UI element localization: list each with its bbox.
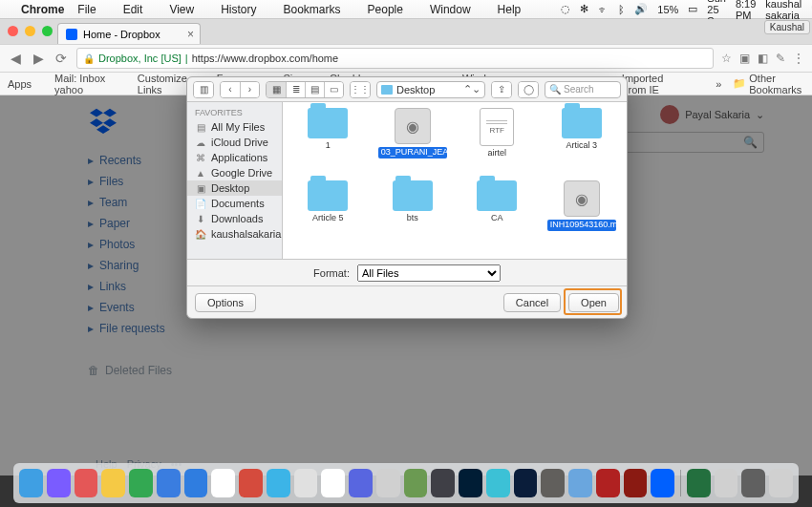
forward-button[interactable]: ▶ (31, 51, 46, 66)
dock-app[interactable] (687, 469, 711, 497)
back-button[interactable]: ◀ (8, 51, 23, 66)
open-button[interactable]: Open (568, 293, 619, 312)
minimise-window[interactable] (25, 26, 35, 36)
dialog-sidebar-item[interactable]: 📄Documents (187, 196, 282, 211)
dock-app[interactable] (47, 469, 71, 497)
menu-item[interactable]: Window (430, 3, 471, 16)
dock-app[interactable] (239, 469, 263, 497)
bookmark-item[interactable]: Imported From IE (622, 73, 681, 95)
profile-chip[interactable]: Kaushal (764, 20, 810, 34)
dock-app[interactable] (19, 469, 43, 497)
format-select[interactable]: All Files (357, 264, 501, 282)
sidebar-toggle[interactable]: ▥ (193, 81, 214, 98)
extension-icon[interactable]: ✎ (776, 52, 785, 65)
dock-app[interactable] (741, 469, 765, 497)
dock-app[interactable] (431, 469, 455, 497)
dock-app[interactable] (75, 469, 98, 497)
dock-app[interactable] (596, 469, 620, 497)
other-bookmarks[interactable]: 📁 Other Bookmarks (733, 73, 804, 95)
dock-app[interactable] (157, 469, 181, 497)
dock-app[interactable] (486, 469, 510, 497)
dock-app[interactable] (376, 469, 400, 497)
bookmark-item[interactable]: Apps (8, 78, 32, 90)
dock-app[interactable] (404, 469, 428, 497)
menu-item[interactable]: Edit (123, 3, 143, 16)
location-popup[interactable]: Desktop⌃⌄ (376, 81, 485, 98)
bookmark-item[interactable]: Mail: Inbox yahoo (54, 73, 115, 95)
reload-button[interactable]: ⟳ (53, 51, 69, 66)
dialog-sidebar-item[interactable]: ▣Desktop (187, 180, 282, 196)
column-view-icon[interactable]: ▤ (305, 82, 324, 97)
arrange-menu[interactable]: ⋮⋮ (350, 81, 371, 98)
user-name[interactable]: kaushal sakaria (765, 0, 801, 21)
dialog-sidebar-item[interactable]: ⌘Applications (187, 150, 282, 165)
dialog-sidebar-item[interactable]: ▤All My Files (187, 119, 282, 135)
view-switcher[interactable]: ▦≣▤▭ (266, 81, 344, 98)
nav-back-forward[interactable]: ‹› (220, 81, 260, 98)
status-icon[interactable]: ◌ (561, 3, 570, 15)
bluetooth-icon[interactable]: ᛒ (618, 4, 625, 15)
zoom-window[interactable] (42, 26, 53, 36)
dock-app[interactable] (294, 469, 318, 497)
dock-app[interactable] (101, 469, 125, 497)
dock-app[interactable] (349, 469, 373, 497)
dock-app[interactable] (267, 469, 290, 497)
dock-app[interactable] (769, 469, 793, 497)
file-item[interactable]: CA (456, 180, 539, 251)
battery-icon[interactable]: ▭ (688, 3, 697, 15)
dialog-sidebar-item[interactable]: ☁iCloud Drive (187, 135, 282, 150)
cancel-button[interactable]: Cancel (503, 293, 561, 312)
menu-item[interactable]: People (368, 3, 403, 16)
coverflow-view-icon[interactable]: ▭ (324, 82, 343, 97)
menu-item[interactable]: History (221, 3, 256, 16)
dock-app[interactable] (129, 469, 153, 497)
dialog-search[interactable]: 🔍Search (545, 81, 621, 98)
dock-app[interactable] (624, 469, 648, 497)
bookmarks-overflow[interactable]: » (716, 78, 721, 90)
share-button[interactable]: ⇪ (491, 81, 512, 98)
bookmark-item[interactable]: Customize Links (138, 73, 194, 95)
close-window[interactable] (8, 26, 18, 36)
icon-view-icon[interactable]: ▦ (267, 82, 286, 97)
file-item[interactable]: Artical 3 (541, 108, 624, 179)
omnibox[interactable]: 🔒 Dropbox, Inc [US] | https://www.dropbo… (76, 48, 714, 69)
menu-item[interactable]: Bookmarks (284, 3, 341, 16)
browser-tab[interactable]: Home - Dropbox × (57, 23, 201, 44)
status-icon[interactable]: ✻ (580, 3, 588, 15)
extension-icon[interactable]: ▣ (739, 52, 750, 65)
dialog-sidebar-item[interactable]: ⬇Downloads (187, 211, 282, 226)
options-button[interactable]: Options (195, 293, 256, 312)
dock-app[interactable] (651, 469, 674, 497)
file-item[interactable]: Article 5 (287, 180, 370, 251)
app-name[interactable]: Chrome (21, 3, 64, 16)
dock-app[interactable] (321, 469, 345, 497)
wifi-icon[interactable]: ᯤ (598, 4, 609, 15)
chrome-menu-icon[interactable]: ⋮ (793, 52, 804, 65)
dock-app[interactable] (211, 469, 235, 497)
dock-app[interactable] (459, 469, 482, 497)
menu-item[interactable]: Help (498, 3, 522, 16)
file-item[interactable]: bts (372, 180, 455, 251)
dialog-sidebar-item[interactable]: ▲Google Drive (187, 165, 282, 180)
file-item[interactable]: ◉03_PURANI_JEANS.mp3 (372, 108, 455, 179)
file-item[interactable]: ◉INH109543160.mp3 (541, 180, 624, 251)
volume-icon[interactable]: 🔊 (634, 3, 648, 15)
tags-button[interactable]: ◯ (518, 81, 539, 98)
menu-item[interactable]: File (77, 3, 96, 16)
dock-app[interactable] (184, 469, 208, 497)
extension-icon[interactable]: ◧ (758, 52, 768, 65)
star-icon[interactable]: ☆ (721, 52, 732, 65)
battery-percent[interactable]: 15% (657, 4, 678, 15)
list-view-icon[interactable]: ≣ (286, 82, 305, 97)
dock-app[interactable] (715, 469, 738, 497)
dock-app[interactable] (541, 469, 565, 497)
file-item[interactable]: 1 (287, 108, 370, 179)
tab-close-icon[interactable]: × (187, 28, 194, 41)
menu-item[interactable]: View (169, 3, 194, 16)
time[interactable]: 8:19 PM (736, 0, 756, 21)
file-grid[interactable]: 1◉03_PURANI_JEANS.mp3RTFairtelArtical 3A… (283, 102, 627, 259)
file-item[interactable]: RTFairtel (456, 108, 539, 179)
dialog-sidebar-item[interactable]: 🏠kaushalsakaria (187, 226, 282, 242)
dock-app[interactable] (514, 469, 538, 497)
dock-app[interactable] (568, 469, 592, 497)
